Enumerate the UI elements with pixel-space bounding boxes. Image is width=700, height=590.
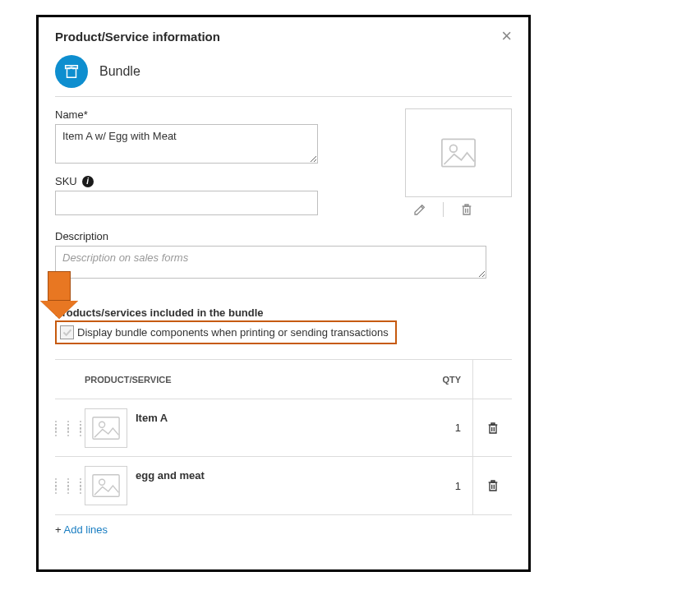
sku-input[interactable] <box>55 191 318 215</box>
name-input[interactable] <box>55 124 318 164</box>
display-components-checkbox[interactable] <box>60 325 74 339</box>
divider <box>55 96 512 97</box>
add-lines-button[interactable]: + Add lines <box>55 523 512 536</box>
info-icon[interactable]: i <box>82 176 94 187</box>
svg-point-5 <box>99 479 105 485</box>
plus-icon: + <box>55 523 64 536</box>
add-lines-label: Add lines <box>64 523 108 536</box>
product-type-row: Bundle <box>55 55 512 88</box>
svg-point-3 <box>99 422 105 427</box>
dialog-title: Product/Service information <box>55 30 220 44</box>
item-qty[interactable]: 1 <box>455 422 461 434</box>
image-placeholder-icon <box>441 138 476 168</box>
edit-image-icon[interactable] <box>413 203 426 216</box>
item-image-placeholder <box>85 466 127 505</box>
item-name[interactable]: Item A <box>136 412 168 424</box>
bundle-section-title: Products/services included in the bundle <box>55 307 512 319</box>
product-type-label: Bundle <box>99 64 140 79</box>
display-components-label: Display bundle components when printing … <box>77 326 389 339</box>
close-icon[interactable]: × <box>501 27 512 45</box>
image-upload-zone[interactable] <box>405 108 512 197</box>
column-header-product: PRODUCT/SERVICE <box>81 375 415 385</box>
item-qty[interactable]: 1 <box>455 480 461 492</box>
item-name[interactable]: egg and meat <box>136 469 205 482</box>
bundle-items-table: PRODUCT/SERVICE QTY ⋮⋮⋮⋮⋮⋮⋮⋮⋮ Item A 1 <box>55 359 512 515</box>
delete-row-icon[interactable] <box>486 421 500 436</box>
separator <box>443 202 444 217</box>
delete-row-icon[interactable] <box>486 478 500 493</box>
display-components-option[interactable]: Display bundle components when printing … <box>55 320 397 344</box>
name-label: Name* <box>55 108 372 121</box>
delete-image-icon[interactable] <box>460 202 473 217</box>
description-label: Description <box>55 230 512 242</box>
table-row: ⋮⋮⋮⋮⋮⋮⋮⋮⋮ Item A 1 <box>55 399 512 457</box>
svg-point-1 <box>450 145 458 152</box>
description-input[interactable] <box>55 246 486 279</box>
column-header-qty: QTY <box>415 375 472 385</box>
item-image-placeholder <box>85 408 127 448</box>
bundle-icon <box>55 55 88 88</box>
dialog-frame: Product/Service information × Bundle Nam… <box>36 15 531 572</box>
sku-label: SKU <box>55 175 77 187</box>
table-row: ⋮⋮⋮⋮⋮⋮⋮⋮⋮ egg and meat 1 <box>55 457 512 514</box>
